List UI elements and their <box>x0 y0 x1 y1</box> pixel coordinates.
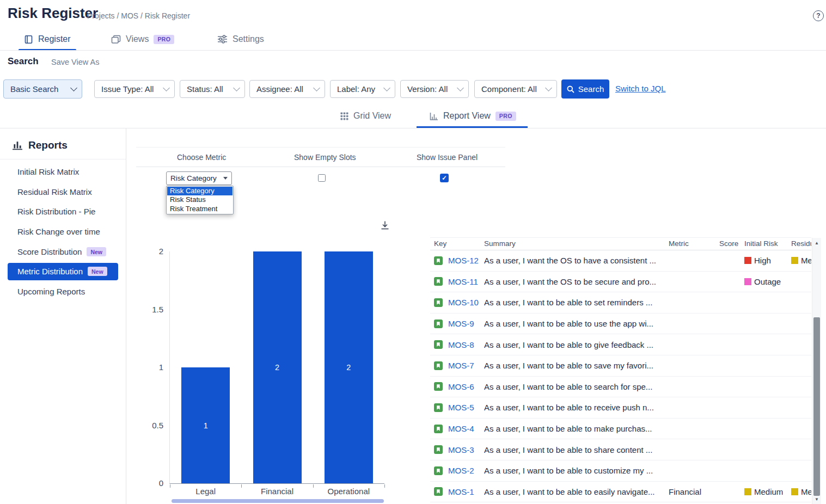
show-issue-panel-checkbox[interactable] <box>440 174 449 182</box>
issue-key-link[interactable]: MOS-9 <box>448 319 474 328</box>
issue-key-link[interactable]: MOS-11 <box>448 277 478 286</box>
views-icon <box>111 35 121 44</box>
table-row[interactable]: MOS-7As a user, I want to be able to sav… <box>430 355 811 377</box>
reports-header: Reports <box>0 135 126 156</box>
table-row[interactable]: MOS-10As a user, I want to be able to se… <box>430 292 811 314</box>
register-icon <box>24 35 33 44</box>
y-axis-tick-label: 0.5 <box>137 421 163 430</box>
metric-select-value: Risk Category <box>170 174 217 182</box>
issue-summary: As a user, I want to be able to receive … <box>484 397 666 418</box>
save-view-as-link[interactable]: Save View As <box>51 58 99 66</box>
chart-horizontal-scrollbar[interactable] <box>172 499 384 503</box>
issue-key-link[interactable]: MOS-12 <box>448 256 479 265</box>
scroll-down-arrow[interactable]: ▼ <box>812 495 821 503</box>
tab-grid-view[interactable]: Grid View <box>340 106 391 126</box>
search-button[interactable]: Search <box>561 79 609 99</box>
initial-risk-cell: Medium <box>744 482 783 502</box>
risk-color-square <box>791 488 798 495</box>
option-risk-status[interactable]: Risk Status <box>167 195 232 204</box>
filter-status[interactable]: Status: All <box>180 80 245 98</box>
chevron-down-icon <box>457 84 464 91</box>
reports-sidebar: Reports Initial Risk Matrix Residual Ris… <box>0 128 126 504</box>
risk-color-square <box>744 488 751 495</box>
table-row[interactable]: MOS-9As a user, I want to be able to use… <box>430 314 811 335</box>
sidebar-item-residual-risk-matrix[interactable]: Residual Risk Matrix <box>0 182 126 202</box>
table-row[interactable]: MOS-4As a user, I want to be able to mak… <box>430 419 811 440</box>
download-chart-button[interactable] <box>380 220 390 231</box>
search-section-label: Search <box>8 56 39 67</box>
sidebar-item-initial-risk-matrix[interactable]: Initial Risk Matrix <box>0 162 126 182</box>
page-title: Risk Register <box>8 5 98 22</box>
sidebar-item-upcoming-reports[interactable]: Upcoming Reports <box>0 281 126 302</box>
story-icon <box>434 466 443 475</box>
table-row[interactable]: MOS-8As a user, I want to be able to giv… <box>430 334 811 355</box>
table-row[interactable]: MOS-12As a user, I want the OS to have a… <box>430 250 811 272</box>
bar-chart-plot-area: 1Legal2Financial2Operational <box>169 251 384 484</box>
reports-title: Reports <box>28 139 68 151</box>
show-empty-slots-checkbox[interactable] <box>318 174 326 182</box>
story-icon <box>434 425 443 433</box>
basic-search-dropdown[interactable]: Basic Search <box>3 79 82 99</box>
bar-chart-icon <box>12 140 23 150</box>
option-risk-category[interactable]: Risk Category <box>167 187 232 195</box>
table-row[interactable]: MOS-3As a user, I want to be able to sha… <box>430 439 811 460</box>
new-badge: New <box>87 247 106 256</box>
new-badge: New <box>88 267 107 276</box>
issue-key-link[interactable]: MOS-7 <box>448 361 474 370</box>
tab-register[interactable]: Register <box>24 29 71 49</box>
issue-key-link[interactable]: MOS-10 <box>448 298 479 307</box>
scroll-up-arrow[interactable]: ▲ <box>812 238 821 247</box>
issue-rows: MOS-12As a user, I want the OS to have a… <box>430 250 811 502</box>
sidebar-item-metric-distribution[interactable]: Metric DistributionNew <box>8 263 118 280</box>
issue-summary: As a user, I want to be able to make pur… <box>484 419 666 439</box>
sidebar-item-label: Upcoming Reports <box>17 287 85 296</box>
risk-color-square <box>791 257 798 264</box>
filter-version[interactable]: Version: All <box>400 80 469 98</box>
show-issue-panel-label: Show Issue Panel <box>417 153 478 162</box>
issue-key-link[interactable]: MOS-5 <box>448 403 474 412</box>
scrollbar-thumb[interactable] <box>813 317 820 496</box>
table-row[interactable]: MOS-13As a user, I want the OS to run sm… <box>430 231 811 238</box>
tab-views[interactable]: Views PRO <box>111 29 174 49</box>
option-risk-treatment[interactable]: Risk Treatment <box>167 205 232 213</box>
choose-metric-label: Choose Metric <box>177 153 226 162</box>
header-divider <box>0 50 826 51</box>
metric-select[interactable]: Risk Category <box>166 171 232 185</box>
issue-key-link[interactable]: MOS-3 <box>448 445 474 454</box>
filter-assignee[interactable]: Assignee: All <box>249 80 325 98</box>
issue-key-link[interactable]: MOS-8 <box>448 340 474 349</box>
table-row[interactable]: MOS-5As a user, I want to be able to rec… <box>430 397 811 419</box>
sidebar-item-score-distribution[interactable]: Score DistributionNew <box>0 242 126 262</box>
filter-component[interactable]: Component: All <box>474 80 557 98</box>
issue-summary: As a user, I want to be able to save my … <box>484 355 666 376</box>
table-row[interactable]: MOS-6As a user, I want to be able to sea… <box>430 377 811 398</box>
sidebar-item-risk-distribution-pie[interactable]: Risk Distribution - Pie <box>0 202 126 222</box>
help-icon[interactable]: ? <box>813 10 824 21</box>
key-cell: MOS-2 <box>434 460 474 481</box>
chevron-down-icon <box>545 84 552 91</box>
filter-label-any[interactable]: Label: Any <box>330 80 395 98</box>
key-cell: MOS-12 <box>434 250 479 271</box>
tab-settings[interactable]: Settings <box>217 29 264 49</box>
issue-key-link[interactable]: MOS-2 <box>448 466 474 475</box>
switch-to-jql-link[interactable]: Switch to JQL <box>615 84 666 93</box>
filter-issue-type[interactable]: Issue Type: All <box>94 80 175 98</box>
issue-key-link[interactable]: MOS-4 <box>448 424 474 433</box>
issue-key-link[interactable]: MOS-6 <box>448 382 474 391</box>
key-cell: MOS-8 <box>434 334 474 355</box>
bar-value-label: 2 <box>275 363 279 372</box>
sidebar-item-risk-change-over-time[interactable]: Risk Change over time <box>0 222 126 242</box>
risk-level-label: High <box>754 256 771 265</box>
table-row[interactable]: MOS-2As a user, I want to be able to cus… <box>430 460 811 482</box>
breadcrumb[interactable]: Projects / MOS / Risk Register <box>87 11 190 20</box>
bar-financial: 2 <box>253 251 302 483</box>
column-header-score: Score <box>719 238 738 250</box>
issue-summary: As a user, I want to be able to easily n… <box>484 482 666 502</box>
table-row[interactable]: MOS-11As a user, I want the OS to be sec… <box>430 272 811 293</box>
tab-report-view[interactable]: Report View PRO <box>430 106 516 126</box>
filter-label: Issue Type: All <box>101 84 154 94</box>
table-row[interactable]: MOS-1As a user, I want to be able to eas… <box>430 482 811 503</box>
table-vertical-scrollbar[interactable]: ▲ ▼ <box>812 238 821 504</box>
risk-level-label: Medium <box>801 487 811 496</box>
issue-key-link[interactable]: MOS-1 <box>448 487 474 496</box>
